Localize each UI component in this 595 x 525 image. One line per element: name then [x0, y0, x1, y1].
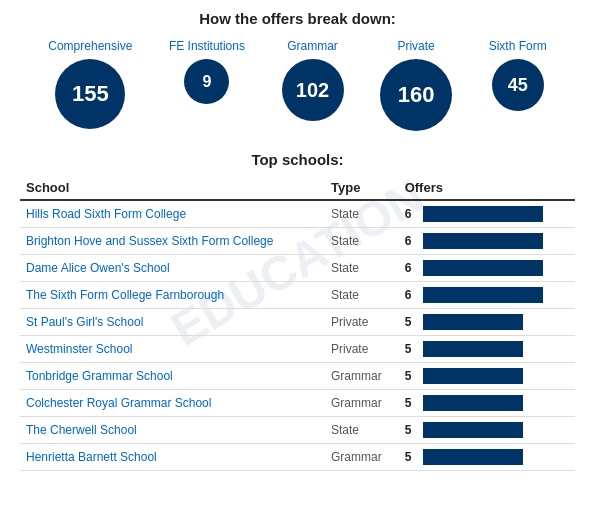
- school-name-cell: St Paul's Girl's School: [20, 309, 325, 336]
- offers-cell: 5: [399, 336, 575, 363]
- table-row: Westminster SchoolPrivate5: [20, 336, 575, 363]
- bubble-item: FE Institutions9: [169, 39, 245, 104]
- offers-cell: 5: [399, 444, 575, 471]
- type-cell: State: [325, 255, 399, 282]
- type-cell: Grammar: [325, 363, 399, 390]
- bubble-label: Sixth Form: [489, 39, 547, 53]
- table-row: Henrietta Barnett SchoolGrammar5: [20, 444, 575, 471]
- bubble-item: Private160: [380, 39, 452, 131]
- school-name-cell: Henrietta Barnett School: [20, 444, 325, 471]
- col-offers: Offers: [399, 176, 575, 200]
- offers-cell: 6: [399, 255, 575, 282]
- schools-table: School Type Offers Hills Road Sixth Form…: [20, 176, 575, 471]
- table-row: Tonbridge Grammar SchoolGrammar5: [20, 363, 575, 390]
- table-row: St Paul's Girl's SchoolPrivate5: [20, 309, 575, 336]
- type-cell: State: [325, 282, 399, 309]
- table-header: School Type Offers: [20, 176, 575, 200]
- offers-cell: 5: [399, 363, 575, 390]
- school-name-cell: The Cherwell School: [20, 417, 325, 444]
- type-cell: State: [325, 417, 399, 444]
- bubble-circle: 45: [492, 59, 544, 111]
- school-name-cell: Colchester Royal Grammar School: [20, 390, 325, 417]
- bubble-label: Grammar: [287, 39, 338, 53]
- section-title: Top schools:: [20, 151, 575, 168]
- offers-cell: 5: [399, 390, 575, 417]
- bubble-label: Comprehensive: [48, 39, 132, 53]
- type-cell: State: [325, 228, 399, 255]
- bubble-item: Grammar102: [282, 39, 344, 121]
- school-name-cell: Hills Road Sixth Form College: [20, 200, 325, 228]
- col-school: School: [20, 176, 325, 200]
- school-name-cell: Westminster School: [20, 336, 325, 363]
- offers-cell: 6: [399, 200, 575, 228]
- bubble-circle: 160: [380, 59, 452, 131]
- school-name-cell: Dame Alice Owen's School: [20, 255, 325, 282]
- table-row: Hills Road Sixth Form CollegeState6: [20, 200, 575, 228]
- type-cell: Private: [325, 309, 399, 336]
- school-name-cell: Tonbridge Grammar School: [20, 363, 325, 390]
- main-title: How the offers break down:: [20, 10, 575, 27]
- school-name-cell: The Sixth Form College Farnborough: [20, 282, 325, 309]
- schools-table-container: School Type Offers Hills Road Sixth Form…: [20, 176, 575, 471]
- bubble-label: Private: [397, 39, 434, 53]
- bubble-item: Sixth Form45: [489, 39, 547, 111]
- offers-cell: 5: [399, 309, 575, 336]
- school-name-cell: Brighton Hove and Sussex Sixth Form Coll…: [20, 228, 325, 255]
- bubble-label: FE Institutions: [169, 39, 245, 53]
- type-cell: State: [325, 200, 399, 228]
- table-row: The Cherwell SchoolState5: [20, 417, 575, 444]
- bubbles-section: Comprehensive155FE Institutions9Grammar1…: [20, 39, 575, 131]
- bubble-item: Comprehensive155: [48, 39, 132, 129]
- table-row: The Sixth Form College FarnboroughState6: [20, 282, 575, 309]
- table-row: Colchester Royal Grammar SchoolGrammar5: [20, 390, 575, 417]
- table-row: Dame Alice Owen's SchoolState6: [20, 255, 575, 282]
- table-row: Brighton Hove and Sussex Sixth Form Coll…: [20, 228, 575, 255]
- offers-cell: 5: [399, 417, 575, 444]
- offers-cell: 6: [399, 282, 575, 309]
- col-type: Type: [325, 176, 399, 200]
- table-body: Hills Road Sixth Form CollegeState6Brigh…: [20, 200, 575, 471]
- main-container: How the offers break down: Comprehensive…: [0, 0, 595, 481]
- type-cell: Grammar: [325, 444, 399, 471]
- type-cell: Grammar: [325, 390, 399, 417]
- bubble-circle: 155: [55, 59, 125, 129]
- type-cell: Private: [325, 336, 399, 363]
- bubble-circle: 102: [282, 59, 344, 121]
- bubble-circle: 9: [184, 59, 229, 104]
- offers-cell: 6: [399, 228, 575, 255]
